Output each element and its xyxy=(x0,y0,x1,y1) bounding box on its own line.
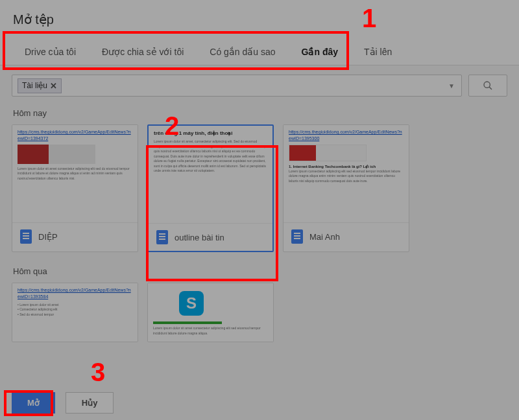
file-name: Mai Anh xyxy=(309,232,340,242)
file-card[interactable]: https://cms.thegioididong.com/v2/GameApp… xyxy=(12,124,138,252)
docs-icon xyxy=(291,229,303,244)
file-picker-dialog: Mở tệp Drive của tôi Được chia sẻ với tô… xyxy=(0,0,519,420)
file-card[interactable]: https://cms.thegioididong.com/v2/GameApp… xyxy=(12,283,138,342)
dialog-footer: Mở Hủy xyxy=(0,386,519,420)
thumb-lines: Lorem ipsum dolor sit amet, consectetur … xyxy=(154,139,267,174)
card-footer: Mai Anh xyxy=(284,222,409,250)
file-thumbnail: https://cms.thegioididong.com/v2/GameApp… xyxy=(12,125,138,222)
tab-recent[interactable]: Gần đây xyxy=(289,41,351,65)
docs-icon xyxy=(156,230,168,244)
dropdown-icon[interactable]: ▼ xyxy=(448,82,455,89)
docs-icon xyxy=(20,229,32,244)
thumb-image-block xyxy=(18,145,95,164)
svg-line-1 xyxy=(489,87,492,89)
section-yesterday: Hôm qua https://cms.thegioididong.com/v2… xyxy=(12,266,507,342)
file-thumbnail: trên cùng 1 máy tính, điện thoại Lorem i… xyxy=(149,126,272,223)
section-yesterday-label: Hôm qua xyxy=(13,266,507,276)
chip-remove-icon[interactable]: ✕ xyxy=(50,81,57,91)
card-footer: DIỆP xyxy=(12,222,138,250)
search-icon xyxy=(483,80,493,91)
file-card[interactable]: S Lorem ipsum dolor sit amet consectetur… xyxy=(147,283,274,342)
thumb-lines: Lorem ipsum consectetur adipiscing elit … xyxy=(289,169,404,184)
section-today-label: Hôm nay xyxy=(13,108,507,118)
filter-input[interactable]: Tài liệu ✕ ▼ xyxy=(12,75,462,97)
file-thumbnail: https://cms.thegioididong.com/v2/GameApp… xyxy=(284,125,409,222)
thumb-line xyxy=(153,321,268,324)
file-thumbnail: https://cms.thegioididong.com/v2/GameApp… xyxy=(12,283,138,342)
filter-row: Tài liệu ✕ ▼ xyxy=(12,75,507,97)
cards-today: https://cms.thegioididong.com/v2/GameApp… xyxy=(12,124,507,252)
file-name: outline bài tin xyxy=(175,233,224,242)
file-card-selected[interactable]: trên cùng 1 máy tính, điện thoại Lorem i… xyxy=(147,124,274,252)
file-name: DIỆP xyxy=(38,232,58,242)
thumb-heading: trên cùng 1 máy tính, điện thoại xyxy=(154,130,267,137)
cards-yesterday: https://cms.thegioididong.com/v2/GameApp… xyxy=(12,283,507,342)
tab-bar: Drive của tôi Được chia sẻ với tôi Có gắ… xyxy=(0,30,519,65)
thumb-link-text: https://cms.thegioididong.com/v2/GameApp… xyxy=(289,129,404,142)
search-button[interactable] xyxy=(468,75,507,97)
open-button[interactable]: Mở xyxy=(12,392,55,414)
thumb-lines: Lorem ipsum dolor sit amet consectetur a… xyxy=(18,167,132,181)
card-footer: outline bài tin xyxy=(149,223,272,251)
thumb-sub: 1. Internet Banking Techcombank là gì? L… xyxy=(289,164,404,169)
skype-icon: S xyxy=(179,291,204,316)
thumb-link-text: https://cms.thegioididong.com/v2/GameApp… xyxy=(18,129,132,142)
tab-my-drive[interactable]: Drive của tôi xyxy=(12,41,89,65)
tab-shared-with-me[interactable]: Được chia sẻ với tôi xyxy=(89,41,197,65)
thumb-image-block xyxy=(289,145,367,161)
file-thumbnail: S Lorem ipsum dolor sit amet consectetur… xyxy=(148,283,273,342)
dialog-title: Mở tệp xyxy=(13,12,506,27)
file-card[interactable]: https://cms.thegioididong.com/v2/GameApp… xyxy=(283,124,409,252)
filter-chip-documents[interactable]: Tài liệu ✕ xyxy=(18,78,62,93)
chip-label: Tài liệu xyxy=(22,81,47,90)
thumb-lines: • Lorem ipsum dolor sit amet• Consectetu… xyxy=(18,303,132,318)
svg-point-0 xyxy=(484,82,490,88)
dialog-header: Mở tệp xyxy=(0,0,519,30)
tab-starred[interactable]: Có gắn dấu sao xyxy=(197,41,288,65)
cancel-button[interactable]: Hủy xyxy=(66,392,114,414)
thumb-link-text: https://cms.thegioididong.com/v2/GameApp… xyxy=(18,287,132,300)
content-area: Tài liệu ✕ ▼ Hôm nay https://cms.thegioi… xyxy=(0,65,519,414)
tab-upload[interactable]: Tải lên xyxy=(351,41,405,65)
thumb-lines: Lorem ipsum dolor sit amet consectetur a… xyxy=(153,326,268,336)
